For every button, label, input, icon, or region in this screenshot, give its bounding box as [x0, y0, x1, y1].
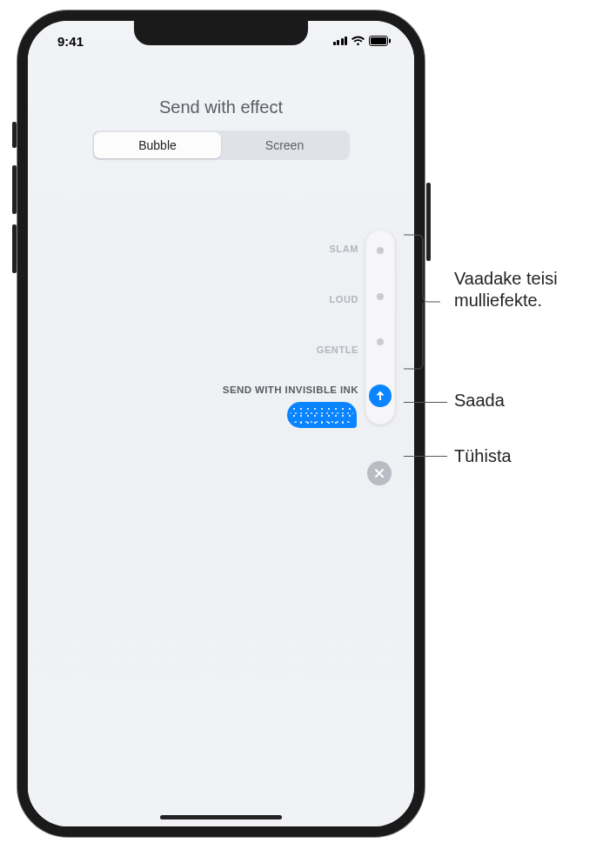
effect-dot-loud[interactable]	[377, 293, 384, 300]
wifi-icon	[351, 36, 365, 46]
effect-label-invisible-ink: SEND WITH INVISIBLE INK	[223, 385, 358, 395]
tab-bubble[interactable]: Bubble	[94, 132, 221, 158]
volume-up-button	[12, 165, 17, 214]
volume-down-button	[12, 224, 17, 273]
callout-cancel: Tühista	[454, 445, 512, 467]
battery-icon	[369, 36, 392, 46]
tab-screen[interactable]: Screen	[221, 132, 348, 158]
send-button[interactable]	[369, 385, 392, 407]
effect-label-slam: SLAM	[329, 244, 358, 254]
screen: 9:41 Send with effect Bubble Screen SLAM…	[28, 21, 414, 826]
status-icons	[333, 36, 392, 46]
callout-bracket	[402, 233, 440, 371]
callout-line2: mulliefekte.	[454, 291, 542, 310]
callout-other-effects: Vaadake teisi mulliefekte.	[454, 268, 558, 311]
mute-switch	[12, 122, 17, 148]
effect-slider	[365, 230, 395, 425]
iphone-frame: 9:41 Send with effect Bubble Screen SLAM…	[17, 10, 425, 837]
callout-leader-send	[404, 402, 447, 403]
effect-label-gentle: GENTLE	[317, 344, 358, 355]
effect-dot-gentle[interactable]	[377, 338, 384, 345]
notch	[134, 21, 308, 45]
cancel-button[interactable]	[367, 461, 392, 485]
callout-line1: Vaadake teisi	[454, 269, 558, 288]
callout-leader-cancel	[404, 456, 447, 457]
svg-rect-2	[389, 39, 391, 43]
status-time: 9:41	[57, 34, 84, 49]
effect-label-loud: LOUD	[329, 294, 358, 304]
page-title: Send with effect	[28, 97, 414, 117]
message-bubble-invisible-ink	[287, 402, 357, 428]
effect-tabs: Bubble Screen	[92, 130, 350, 160]
effect-dot-slam[interactable]	[377, 247, 384, 254]
svg-rect-1	[371, 37, 386, 44]
home-indicator	[160, 815, 282, 819]
callout-send: Saada	[454, 390, 505, 411]
invisible-ink-sparkle	[291, 405, 353, 425]
cellular-signal-icon	[333, 37, 348, 45]
